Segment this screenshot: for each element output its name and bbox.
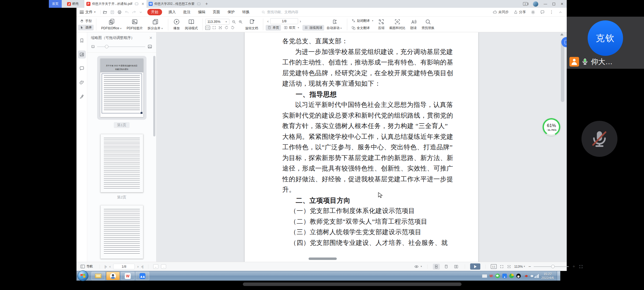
vertical-scrollbar[interactable] [561, 40, 564, 102]
window-count-icon[interactable]: 2 [523, 2, 528, 6]
hamburger-icon[interactable] [80, 11, 84, 14]
zoom-out-button[interactable]: − [528, 264, 531, 269]
tray-wps-icon[interactable]: W [490, 274, 493, 278]
input-method-icon[interactable] [482, 274, 487, 278]
view-back-button[interactable]: ← [153, 264, 158, 269]
tab-pdf-document[interactable]: P 仰恩大学关于开...的通知.pdf ✕ [84, 0, 147, 8]
actual-size-button[interactable]: 1:1 [491, 264, 497, 269]
screenshot-compare-button[interactable]: 截图和对比 [387, 18, 408, 31]
last-page-icon[interactable]: ›| [141, 264, 143, 269]
ribbon-tab-insert[interactable]: 插入 [169, 10, 176, 15]
tab-home[interactable]: 首页 [49, 0, 62, 8]
tab-preview-icon[interactable] [135, 3, 138, 5]
ribbon-tab-protect[interactable]: 保护 [228, 10, 235, 15]
slider-knob[interactable] [105, 45, 108, 48]
page-number-input[interactable]: 1/8 [270, 18, 298, 24]
thumbnail-scrollbar[interactable] [153, 56, 155, 136]
meeting-participant-tile[interactable]: 克钦 仰大… [567, 17, 644, 69]
taskbar-contact-app-button[interactable] [106, 272, 120, 280]
single-view-button[interactable] [443, 264, 450, 270]
signature-panel-icon[interactable] [78, 92, 86, 100]
ribbon-tab-page[interactable]: 页面 [213, 10, 220, 15]
tray-network-icon[interactable] [535, 274, 539, 278]
tab-preview-icon[interactable] [197, 3, 200, 5]
taskbar-clock[interactable]: 15:27 2022/4/6 [541, 272, 554, 280]
mute-microphone-button[interactable] [581, 121, 617, 157]
comment-icon[interactable] [540, 10, 545, 15]
read-aloud-button[interactable]: 朗读 [408, 18, 419, 31]
pdf-to-image-button[interactable]: PDF转图片 [124, 18, 145, 31]
zoom-out-icon[interactable] [232, 20, 236, 24]
comment-panel-icon[interactable] [78, 64, 86, 73]
presentation-play-button[interactable] [470, 263, 480, 270]
ribbon-tab-edit[interactable]: 编辑 [198, 10, 205, 15]
thumbnail-panel-icon[interactable] [78, 50, 86, 59]
horizontal-scrollbar[interactable] [309, 258, 337, 260]
previous-page-icon[interactable]: ‹ [266, 19, 270, 23]
collapse-ribbon-icon[interactable] [558, 10, 562, 14]
document-area[interactable]: 各党总支、直属支部： 为进一步加强学校基层党组织建设，充分调动基层党建 工作的主… [156, 32, 567, 262]
page-thumbnail-2[interactable] [100, 134, 143, 193]
meeting-control-bar[interactable] [243, 282, 462, 286]
zoom-in-button[interactable]: ＋ [572, 264, 576, 269]
more-options-icon[interactable]: ⋮ [550, 10, 554, 15]
slider-track[interactable] [97, 46, 145, 47]
single-page-button[interactable]: 单页 [266, 25, 281, 31]
fit-page-button[interactable] [500, 264, 504, 269]
view-forward-button[interactable]: → [161, 264, 166, 269]
continuous-read-button[interactable]: 连续阅读 [302, 25, 324, 31]
actual-size-icon[interactable]: 1:1 [205, 26, 210, 30]
bookmark-panel-icon[interactable] [78, 37, 86, 45]
start-button[interactable] [78, 270, 88, 281]
ribbon-tab-convert[interactable]: 转换 [242, 10, 250, 15]
taskbar-meeting-button[interactable] [136, 272, 149, 280]
rotate-left-icon[interactable] [224, 26, 229, 30]
zoom-in-icon[interactable] [238, 20, 243, 24]
split-merge-button[interactable]: 拆分合并▼ [145, 18, 166, 31]
zoom-slider-knob[interactable] [551, 265, 555, 268]
page-thumbnail-3[interactable] [100, 205, 143, 259]
zoom-slider[interactable] [534, 266, 569, 267]
gear-icon[interactable] [531, 10, 535, 15]
fit-width-icon[interactable] [218, 26, 222, 30]
hand-tool-button[interactable]: 手型 [78, 18, 94, 24]
ribbon-tab-comment[interactable]: 批注 [183, 10, 191, 15]
full-translate-button[interactable]: 全文翻译 [350, 25, 376, 31]
tab-word-document[interactable]: W 仰恩大学202...传思想工作要点 [147, 0, 203, 8]
tab-close-icon[interactable]: ✕ [141, 2, 144, 6]
double-page-button[interactable]: 双页▼ [282, 25, 301, 31]
open-folder-icon[interactable] [103, 10, 107, 15]
share-button[interactable]: 分享 [514, 10, 526, 15]
status-page-input[interactable]: 1/8 [113, 264, 135, 269]
find-replace-button[interactable]: 查找替换 [419, 18, 437, 31]
taskbar-explorer-button[interactable] [92, 272, 105, 280]
taskbar-wps-button[interactable]: W [121, 272, 134, 280]
tab-docer[interactable]: 稻壳 [62, 0, 84, 8]
tray-meeting-icon[interactable]: ▲ [502, 274, 507, 278]
user-avatar[interactable] [533, 1, 538, 7]
sync-status[interactable]: 未同步 [493, 10, 509, 15]
fit-width-button[interactable] [507, 264, 511, 269]
rotate-right-icon[interactable] [230, 26, 235, 30]
scroll-up-icon[interactable] [560, 33, 564, 35]
restore-button[interactable] [552, 3, 555, 5]
rotate-document-button[interactable]: 旋转文档 [243, 18, 261, 31]
zoom-input[interactable]: 113.35% ▼ [205, 19, 229, 25]
minimize-button[interactable]: — [544, 2, 547, 6]
fit-page-icon[interactable] [212, 26, 216, 30]
print-icon[interactable] [117, 10, 122, 15]
continuous-view-button[interactable] [433, 264, 440, 270]
zoom-level-dropdown[interactable]: 113% ▼ [514, 264, 525, 269]
feature-search[interactable]: 查找功能、文档内容 [261, 10, 298, 15]
new-tab-button[interactable]: ＋ [203, 0, 211, 8]
read-mode-button[interactable]: 阅读模式 [182, 18, 200, 31]
show-desktop-button[interactable] [557, 271, 560, 281]
prev-page-icon[interactable]: ‹ [109, 264, 111, 269]
compress-button[interactable]: 压缩 [376, 18, 387, 31]
navigation-toggle[interactable]: 导航 [79, 264, 95, 269]
fullscreen-icon[interactable] [579, 264, 583, 269]
double-view-button[interactable] [453, 264, 460, 270]
redo-icon[interactable] [132, 10, 136, 15]
tray-qq-icon[interactable] [516, 274, 521, 278]
network-status-widget[interactable]: 61% ↑11.7K/s [543, 118, 560, 136]
